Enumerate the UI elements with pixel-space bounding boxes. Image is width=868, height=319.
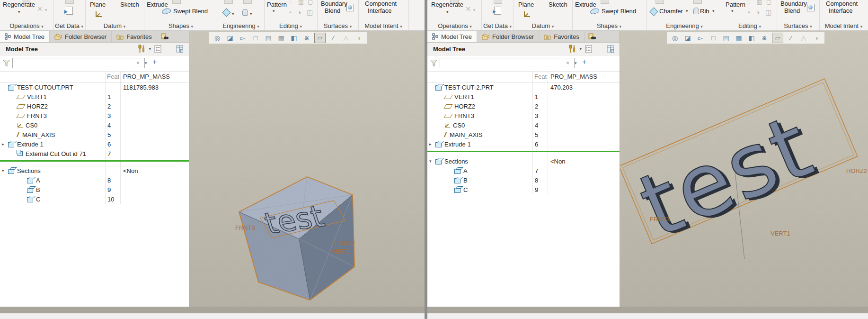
tree-row-sections[interactable]: Sections<Non <box>0 166 189 175</box>
regenerate-caret-icon[interactable]: ▾ <box>446 9 449 14</box>
tree-row-axis[interactable]: MAIN_AXIS5 <box>0 130 189 139</box>
tree-row-datum-plane[interactable]: HORZ22 <box>0 101 189 111</box>
delete-button[interactable]: ✕ ▾ <box>37 5 47 13</box>
swept-blend-button[interactable]: Swept Blend <box>602 8 636 15</box>
tree-row-section[interactable]: B9 <box>0 185 189 194</box>
tree-row-section[interactable]: C10 <box>0 194 189 204</box>
plane-button[interactable]: Plane <box>518 1 534 8</box>
tree-filters-icon[interactable] <box>154 45 161 53</box>
tree-settings-caret-icon[interactable]: ▾ <box>579 46 582 51</box>
tab-model-tree[interactable]: Model Tree <box>427 31 477 42</box>
feat-column-header[interactable]: Feat <box>107 73 119 80</box>
tab-folder-browser[interactable]: Folder Browser <box>477 31 539 42</box>
tree-row-extrude[interactable]: Extrude 16 <box>0 139 189 149</box>
clear-filter-icon[interactable]: × <box>136 60 140 66</box>
hole-icon[interactable] <box>242 9 248 16</box>
model-intent-group-label[interactable]: Model Intent ▾ <box>819 22 868 29</box>
tree-settings-icon[interactable] <box>568 45 576 53</box>
shapes-group-label[interactable]: Shapes ▾ <box>572 22 646 29</box>
tree-columns-icon[interactable] <box>176 45 183 53</box>
expander-icon[interactable] <box>2 142 8 146</box>
tree-columns-icon[interactable] <box>607 45 614 53</box>
boundary-blend-button-line2[interactable]: Blend <box>325 7 340 14</box>
tree-row-datum-plane[interactable]: HORZ22 <box>427 101 620 111</box>
find-button[interactable] <box>585 31 600 42</box>
swept-blend-button[interactable]: Swept Blend <box>173 8 208 15</box>
sketch-button[interactable]: Sketch <box>549 1 567 8</box>
operations-group-label[interactable]: Operations ▾ <box>0 22 53 29</box>
pattern-button[interactable]: Pattern <box>267 1 287 8</box>
plane-button[interactable]: Plane <box>90 1 106 8</box>
editing-group-label[interactable]: Editing ▾ <box>723 22 777 29</box>
tree-row-axis[interactable]: MAIN_AXIS5 <box>427 130 620 139</box>
tree-filter-input[interactable] <box>440 58 575 68</box>
tab-favorites[interactable]: Favorites <box>539 31 584 42</box>
rib-button[interactable]: Rib <box>700 8 709 15</box>
pattern-caret-icon[interactable]: ▾ <box>731 9 734 13</box>
operations-group-label[interactable]: Operations ▾ <box>428 22 481 29</box>
tree-row-datum-plane[interactable]: FRNT33 <box>0 111 189 120</box>
tree-row-sections[interactable]: Sections<Non <box>427 156 620 166</box>
expander-icon[interactable] <box>2 168 8 173</box>
find-button[interactable] <box>157 31 172 42</box>
graphics-area-right[interactable]: ◎ ◪ ▻ □ ▤ ▦ ◧ ⋇ ▱ ∕ △ ◑ <box>620 31 868 307</box>
tree-row-section[interactable]: A7 <box>427 166 620 175</box>
boundary-blend-button-line2[interactable]: Blend <box>784 7 800 14</box>
hole-caret-icon[interactable]: ▾ <box>250 11 252 16</box>
chamfer-button[interactable]: Chamfer <box>659 8 683 15</box>
tree-row-external-cut[interactable]: External Cut Out id 717 <box>0 149 189 158</box>
datum-group-label[interactable]: Datum ▾ <box>514 22 572 29</box>
regenerate-caret-icon[interactable]: ▾ <box>18 9 20 14</box>
filter-funnel-icon[interactable] <box>2 59 10 67</box>
engineering-group-label[interactable]: Engineering ▾ <box>218 22 264 29</box>
editing-group-label[interactable]: Editing ▾ <box>264 22 317 29</box>
regenerate-button[interactable]: Regenerate <box>3 1 35 8</box>
tab-folder-browser[interactable]: Folder Browser <box>50 31 112 42</box>
filter-funnel-icon[interactable] <box>430 59 438 67</box>
boundary-blend-button[interactable]: Boundary <box>321 0 347 7</box>
get-data-group-label[interactable]: Get Data ▾ <box>53 22 85 29</box>
surfaces-group-label[interactable]: Surfaces ▾ <box>777 22 819 29</box>
regenerate-button[interactable]: Regenerate <box>431 1 463 8</box>
expander-icon[interactable] <box>429 159 435 164</box>
tree-row-datum-plane[interactable]: FRNT33 <box>427 111 620 120</box>
chamfer-caret-icon[interactable]: ▾ <box>232 11 234 16</box>
get-data-group-label[interactable]: Get Data ▾ <box>481 22 514 29</box>
component-interface-button-line2[interactable]: Interface <box>368 7 392 14</box>
component-interface-button[interactable]: Component <box>365 0 397 7</box>
tab-favorites[interactable]: Favorites <box>112 31 157 42</box>
model-intent-group-label[interactable]: Model Intent ▾ <box>358 22 408 29</box>
tree-row-csys[interactable]: CS04 <box>427 120 620 130</box>
sketch-button[interactable]: Sketch <box>120 1 139 8</box>
mass-column-header[interactable]: PRO_MP_MASS <box>550 73 597 80</box>
tree-row-datum-plane[interactable]: VERT11 <box>0 92 189 101</box>
pattern-caret-icon[interactable]: ▾ <box>273 9 275 13</box>
extrude-button[interactable]: Extrude <box>147 1 168 8</box>
tree-settings-caret-icon[interactable]: ▾ <box>149 46 151 51</box>
expander-icon[interactable] <box>429 142 435 146</box>
tree-settings-icon[interactable] <box>138 45 145 53</box>
boundary-blend-icon[interactable] <box>346 4 354 11</box>
tab-model-tree[interactable]: Model Tree <box>0 31 50 42</box>
import-icon[interactable] <box>494 7 501 15</box>
surfaces-group-label[interactable]: Surfaces ▾ <box>317 22 358 29</box>
extrude-button[interactable]: Extrude <box>575 1 596 8</box>
chamfer-icon[interactable] <box>222 8 230 17</box>
filter-caret-icon[interactable]: ▾ <box>575 61 577 65</box>
boundary-blend-button[interactable]: Boundary <box>780 0 807 7</box>
clear-filter-icon[interactable]: × <box>566 60 569 66</box>
delete-button[interactable]: ✕ ▾ <box>465 5 475 13</box>
tree-row-datum-plane[interactable]: VERT11 <box>427 92 620 101</box>
chamfer-caret-icon[interactable]: ▾ <box>686 9 688 13</box>
tree-filter-input[interactable] <box>12 58 145 68</box>
shapes-group-label[interactable]: Shapes ▾ <box>144 22 218 29</box>
rib-caret-icon[interactable]: ▾ <box>712 9 715 13</box>
tree-row-extrude[interactable]: Extrude 16 <box>427 139 620 149</box>
component-interface-button-line2[interactable]: Interface <box>829 7 853 14</box>
coordinate-system-icon[interactable] <box>524 11 530 17</box>
coordinate-system-icon[interactable] <box>96 11 102 17</box>
filter-add-icon[interactable]: + <box>582 58 586 66</box>
mass-column-header[interactable]: PRO_MP_MASS <box>123 73 170 80</box>
boundary-blend-icon[interactable] <box>807 4 815 11</box>
import-icon[interactable] <box>66 7 73 15</box>
